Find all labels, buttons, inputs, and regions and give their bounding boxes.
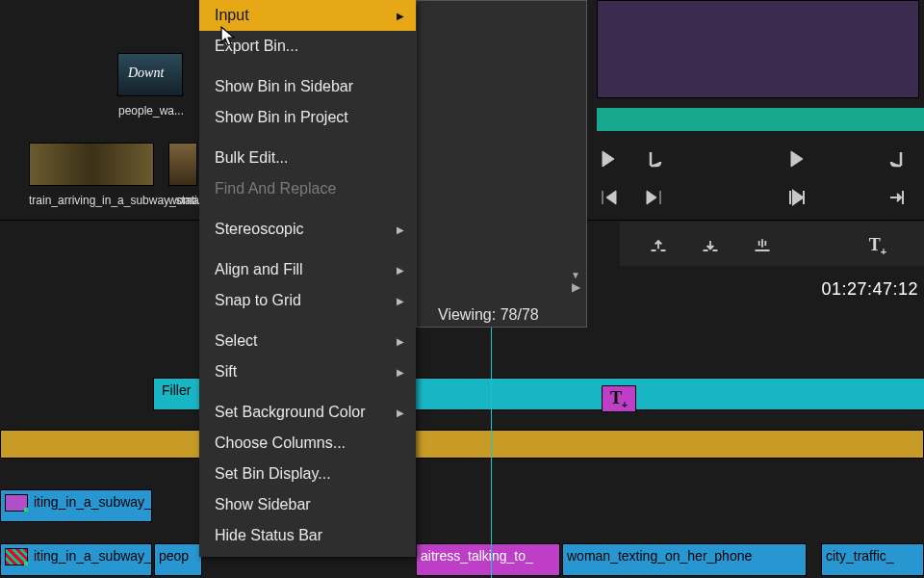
overwrite-button[interactable] (739, 229, 785, 262)
transport-controls-2 (585, 181, 920, 214)
playhead[interactable] (491, 285, 492, 578)
menu-item-sift[interactable]: Sift▶ (199, 356, 416, 387)
menu-item-choose-columns[interactable]: Choose Columns... (199, 428, 416, 459)
mark-out-button[interactable] (631, 143, 678, 175)
clip-label: city_traffic_ (826, 548, 894, 564)
menu-item-label: Input (215, 7, 249, 24)
thumbnail-overlay-text: Downt (128, 66, 164, 81)
step-fwd-button[interactable] (631, 181, 678, 214)
timeline-clip[interactable]: city_traffic_ (821, 543, 924, 576)
thumbnail-label: people_wa... (117, 104, 185, 118)
submenu-arrow-icon: ▶ (397, 336, 404, 347)
scroll-down-icon[interactable]: ▼ (571, 270, 580, 280)
menu-item-bg-color[interactable]: Set Background Color▶ (199, 397, 416, 428)
lift-button[interactable] (635, 229, 681, 262)
mark-in-button[interactable] (874, 143, 920, 175)
clip-label: peop (159, 548, 189, 564)
timeline-clip[interactable]: woman_texting_on_her_phone (562, 543, 807, 576)
timeline-ruler[interactable] (597, 108, 924, 131)
goto-out-button[interactable] (874, 181, 920, 214)
clip-label: woman_texting_on_her_phone (567, 548, 752, 564)
title-clip[interactable]: T+ (602, 385, 636, 412)
source-monitor[interactable] (597, 0, 919, 98)
submenu-arrow-icon: ▶ (397, 224, 404, 235)
timeline-clip[interactable]: iting_in_a_subway_ (0, 543, 152, 576)
edit-tools: T+ (635, 229, 901, 262)
menu-item-show-bin-sidebar[interactable]: Show Bin in Sidebar (199, 71, 416, 102)
bin-thumbnail[interactable]: Downt people_wa... (117, 53, 185, 118)
bin-thumbnail[interactable]: woman_talking_on_a... (168, 143, 199, 207)
menu-item-input[interactable]: Input ▶ (199, 0, 416, 31)
clip-thumb-icon (5, 548, 28, 565)
expand-right-icon[interactable]: ▶ (572, 280, 580, 294)
menu-item-bin-display[interactable]: Set Bin Display... (199, 459, 416, 489)
submenu-arrow-icon: ▶ (397, 296, 404, 306)
play-button[interactable] (585, 143, 631, 175)
clip-label: iting_in_a_subway_ (34, 548, 152, 564)
menu-item-select[interactable]: Select▶ (199, 326, 416, 356)
menu-item-stereoscopic[interactable]: Stereoscopic▶ (199, 214, 416, 245)
timeline-clip[interactable]: iting_in_a_subway_ (0, 489, 152, 522)
goto-in-button[interactable] (774, 181, 820, 214)
step-back-button[interactable] (585, 181, 631, 214)
transport-controls (585, 143, 920, 175)
clip-label: iting_in_a_subway_ (34, 494, 152, 510)
timeline-clip[interactable]: aitress_talking_to_ (416, 543, 560, 576)
submenu-arrow-icon: ▶ (397, 265, 404, 276)
submenu-arrow-icon: ▶ (397, 11, 404, 21)
submenu-arrow-icon: ▶ (397, 407, 404, 418)
extract-button[interactable] (687, 229, 733, 262)
thumbnail-label: train_arriving_in_a_subway_stati... (29, 194, 156, 207)
clip-label: aitress_talking_to_ (421, 548, 533, 564)
text-tool-icon: T+ (610, 388, 628, 410)
viewing-status: Viewing: 78/78 (438, 306, 539, 324)
menu-item-export-bin[interactable]: Export Bin... (199, 31, 416, 62)
play-button-2[interactable] (774, 143, 820, 175)
context-menu: Input ▶ Export Bin... Show Bin in Sideba… (199, 0, 416, 557)
timeline-clip[interactable]: peop (154, 543, 202, 576)
menu-item-snap-grid[interactable]: Snap to Grid▶ (199, 285, 416, 316)
menu-item-find-replace: Find And Replace (199, 173, 416, 204)
menu-item-align-fill[interactable]: Align and Fill▶ (199, 254, 416, 285)
timecode-display: 01:27:47:12 (821, 279, 918, 300)
thumbnail-label: woman_talking_on_a... (168, 194, 199, 207)
clip-thumb-icon (5, 494, 28, 512)
menu-item-show-sidebar[interactable]: Show Sidebar (199, 489, 416, 520)
menu-item-show-bin-project[interactable]: Show Bin in Project (199, 102, 416, 133)
bin-thumbnail[interactable]: train_arriving_in_a_subway_stati... (29, 143, 156, 207)
menu-item-bulk-edit[interactable]: Bulk Edit... (199, 143, 416, 173)
clip-label: Filler (158, 382, 191, 398)
add-text-button[interactable]: T+ (855, 229, 901, 262)
menu-item-hide-status[interactable]: Hide Status Bar (199, 520, 416, 551)
submenu-arrow-icon: ▶ (397, 367, 404, 378)
timeline-track[interactable] (0, 430, 924, 459)
